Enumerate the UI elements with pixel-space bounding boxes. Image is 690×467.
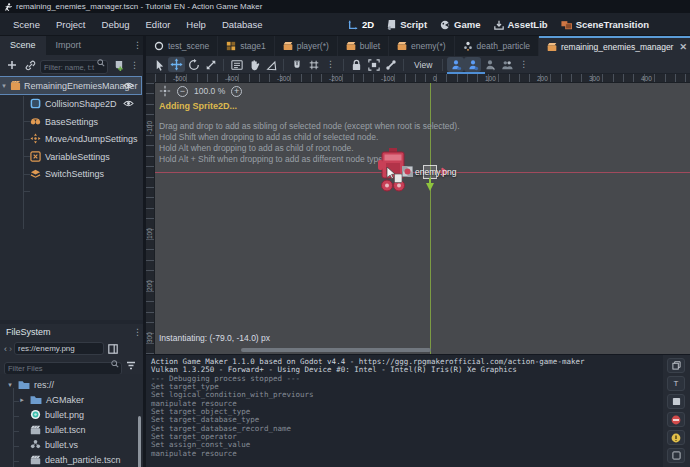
- expand-icon[interactable]: ▸: [18, 396, 26, 404]
- tab-bullet[interactable]: bullet: [338, 36, 389, 56]
- tree-row-moveandjumpsettings[interactable]: MoveAndJumpSettings: [0, 130, 141, 147]
- fs-row-agmaker[interactable]: ▸ AGMaker: [0, 392, 141, 407]
- override-input-button[interactable]: [498, 57, 515, 72]
- workspace-game[interactable]: Game: [440, 19, 480, 30]
- split-mode-icon[interactable]: [106, 341, 120, 357]
- collapse-icon[interactable]: ▾: [0, 82, 8, 90]
- filter-text-icon[interactable]: T: [667, 376, 685, 391]
- tab-player[interactable]: player(*): [275, 36, 338, 56]
- fs-row-bullet-vs[interactable]: bullet.vs: [0, 437, 141, 452]
- workspace-script[interactable]: Script: [387, 19, 427, 30]
- tree-row-basesettings[interactable]: BaseSettings: [0, 113, 141, 130]
- fs-row-death-particle-tscn[interactable]: death_particle.tscn: [0, 452, 141, 467]
- errors-filter-icon[interactable]: [667, 412, 685, 427]
- menu-debug[interactable]: Debug: [95, 16, 137, 33]
- workspace-2d[interactable]: 2D: [348, 19, 374, 30]
- menu-scene[interactable]: Scene: [6, 16, 47, 33]
- current-path-field[interactable]: [14, 342, 104, 355]
- close-tab-icon[interactable]: ✕: [679, 42, 687, 52]
- scale-tool-button[interactable]: [202, 57, 219, 72]
- move-tool-button[interactable]: [168, 57, 185, 72]
- drag-help-line: Hold Shift when dropping to add as child…: [159, 132, 378, 142]
- instance-scene-button[interactable]: [22, 57, 38, 73]
- snap-options-icon[interactable]: ⋮: [322, 57, 339, 72]
- fs-row-res-root[interactable]: ▾ res://: [0, 377, 141, 392]
- tree-row-collisionshape2d[interactable]: CollisionShape2D: [0, 95, 141, 112]
- file-sort-icon[interactable]: [124, 358, 138, 374]
- visibility-eye-icon[interactable]: [123, 81, 134, 90]
- ruler-tool-button[interactable]: [262, 57, 279, 72]
- menu-database[interactable]: Database: [215, 16, 270, 33]
- menu-project[interactable]: Project: [49, 16, 93, 33]
- switch-settings-icon: [30, 168, 41, 179]
- workspace-switcher: 2D Script Game AssetLib SceneTransition: [348, 13, 649, 36]
- workspace-assetlib[interactable]: AssetLib: [494, 19, 548, 30]
- filesystem-tree: ▾ res:// ▸ AGMaker bullet.png bullet.tsc…: [0, 374, 143, 467]
- tab-remaining-enemies-manager[interactable]: remaining_enemies_manager ✕: [539, 36, 690, 56]
- center-view-icon[interactable]: [159, 85, 171, 97]
- filesystem-scrollbar[interactable]: [138, 416, 141, 467]
- ruler-tick-label: -300: [277, 75, 290, 82]
- override-camera-button[interactable]: [447, 57, 464, 72]
- scene-dock-menu-icon[interactable]: ⋮: [133, 41, 142, 50]
- console-line: --- Debugging process stopped ---: [151, 375, 690, 383]
- workspace-scene-transition[interactable]: SceneTransition: [561, 19, 649, 30]
- filter-files-input[interactable]: [4, 362, 122, 375]
- zoom-in-button[interactable]: +: [231, 86, 242, 97]
- node-icon: [154, 41, 164, 51]
- tab-import[interactable]: Import: [46, 36, 92, 55]
- search-icon: [97, 59, 105, 67]
- filesystem-menu-icon[interactable]: ⋮: [133, 328, 142, 337]
- messages-filter-icon[interactable]: [667, 394, 685, 409]
- 2d-viewport[interactable]: -500 -400 -300 -200 -100 0 100 200 300 4…: [146, 74, 690, 354]
- game-override-menu-icon[interactable]: ⋮: [515, 57, 532, 72]
- ruler-tick-label: 200: [537, 75, 548, 82]
- scene-tree: ▾ RemainingEnemiesManager CollisionShape…: [0, 76, 143, 320]
- output-console[interactable]: Action Game Maker 1.1.0 based on Godot v…: [146, 354, 690, 467]
- smart-snap-button[interactable]: [288, 57, 305, 72]
- scene-tree-menu-icon[interactable]: ⋮: [130, 61, 139, 70]
- ruler-tick-label: -200: [329, 75, 342, 82]
- select-tool-button[interactable]: [151, 57, 168, 72]
- visibility-eye-icon[interactable]: [123, 99, 134, 108]
- add-node-button[interactable]: [4, 57, 20, 73]
- skeleton-options-button[interactable]: [382, 57, 399, 72]
- tree-row-variablesettings[interactable]: VariableSettings: [0, 148, 141, 165]
- more-filters-icon[interactable]: [667, 448, 685, 463]
- tab-enemy[interactable]: enemy(*): [389, 36, 454, 56]
- fs-row-bullet-png[interactable]: bullet.png: [0, 407, 141, 422]
- pan-tool-button[interactable]: [245, 57, 262, 72]
- ruler-tick-label: 100: [146, 228, 153, 239]
- tab-death-particle[interactable]: death_particle: [455, 36, 539, 56]
- drag-file-label: enemy.png: [415, 167, 456, 177]
- console-line: manipulate resource: [151, 450, 690, 458]
- menu-help[interactable]: Help: [179, 16, 213, 33]
- override-select-button[interactable]: [481, 57, 498, 72]
- horizontal-scrollbar[interactable]: [241, 348, 431, 352]
- person-joy-icon: [450, 59, 462, 71]
- tree-row-switchsettings[interactable]: SwitchSettings: [0, 165, 141, 182]
- history-forward-icon[interactable]: ›: [9, 344, 12, 354]
- tab-scene[interactable]: Scene: [0, 36, 46, 55]
- rotate-tool-button[interactable]: [185, 57, 202, 72]
- fs-row-bullet-tscn[interactable]: bullet.tscn: [0, 422, 141, 437]
- tab-test-scene[interactable]: test_scene: [146, 36, 218, 56]
- override-pan-button[interactable]: [464, 57, 481, 72]
- tree-row-root[interactable]: ▾ RemainingEnemiesManager: [0, 77, 141, 94]
- tab-stage1[interactable]: stage1: [218, 36, 275, 56]
- zoom-out-button[interactable]: −: [177, 86, 188, 97]
- history-back-icon[interactable]: ‹: [4, 344, 7, 354]
- selectable-nodes-list-button[interactable]: [228, 57, 245, 72]
- group-node-button[interactable]: [365, 57, 382, 72]
- warnings-filter-icon[interactable]: [667, 430, 685, 445]
- copy-icon[interactable]: [667, 358, 685, 373]
- script-icon: [387, 20, 396, 30]
- zoom-percentage[interactable]: 100.0 %: [194, 86, 225, 96]
- attach-script-button[interactable]: [110, 57, 126, 73]
- grid-snap-button[interactable]: [305, 57, 322, 72]
- lock-node-button[interactable]: [348, 57, 365, 72]
- collapse-icon[interactable]: ▾: [6, 381, 14, 389]
- view-menu-button[interactable]: View: [408, 58, 438, 72]
- menu-editor[interactable]: Editor: [139, 16, 178, 33]
- ruler-tick-label: -400: [225, 75, 238, 82]
